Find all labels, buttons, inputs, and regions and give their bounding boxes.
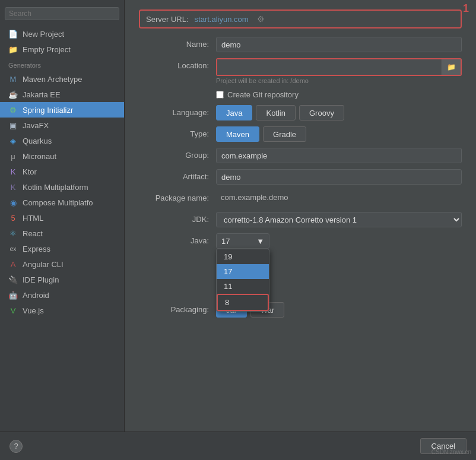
dropdown-arrow-icon: ▼: [256, 237, 264, 246]
location-input[interactable]: [217, 59, 442, 75]
sidebar-item-express[interactable]: ex Express: [0, 241, 124, 256]
gear-icon[interactable]: ⚙: [257, 14, 265, 24]
sidebar-item-label: Empty Project: [23, 45, 71, 54]
sidebar-item-label: HTML: [23, 214, 43, 223]
java-row: Java: 17 ▼ 19 17 11 8: [139, 233, 462, 249]
sidebar-item-empty-project[interactable]: 📁 Empty Project: [0, 42, 124, 57]
sidebar-item-android[interactable]: 🤖 Android: [0, 287, 124, 303]
new-project-dialog: 📄 New Project 📁 Empty Project Generators…: [0, 0, 476, 460]
type-label: Type:: [139, 126, 216, 142]
sidebar-item-angular-cli[interactable]: A Angular CLI: [0, 256, 124, 272]
language-groovy-btn[interactable]: Groovy: [299, 105, 344, 120]
sidebar-item-label: Jakarta EE: [23, 90, 61, 99]
sidebar-item-jakarta-ee[interactable]: ☕ Jakarta EE: [0, 87, 124, 102]
type-gradle-btn[interactable]: Gradle: [263, 126, 306, 142]
empty-project-icon: 📁: [8, 45, 18, 54]
sidebar-item-label: Maven Archetype: [23, 75, 82, 84]
java-selected-value: 17: [221, 237, 230, 246]
sidebar-item-ide-plugin[interactable]: 🔌 IDE Plugin: [0, 272, 124, 287]
sidebar-item-vue[interactable]: V Vue.js: [0, 303, 124, 318]
sidebar-item-maven-archetype[interactable]: M Maven Archetype: [0, 71, 124, 87]
sidebar-item-label: Express: [23, 245, 50, 253]
jdk-label: JDK:: [139, 212, 216, 227]
location-input-row: 📁: [216, 58, 462, 76]
sidebar: 📄 New Project 📁 Empty Project Generators…: [0, 0, 125, 432]
search-input[interactable]: [5, 7, 119, 20]
sidebar-item-label: React: [23, 229, 43, 238]
sidebar-item-label: Spring Initializr: [23, 106, 73, 115]
jakarta-icon: ☕: [8, 90, 18, 99]
location-row: Location: 📁 Project will be created in: …: [139, 58, 462, 84]
sidebar-item-new-project[interactable]: 📄 New Project: [0, 26, 124, 42]
sidebar-item-javafx[interactable]: ▣ JavaFX: [0, 118, 124, 133]
express-icon: ex: [8, 244, 18, 253]
sidebar-item-compose-multiplatform[interactable]: ◉ Compose Multiplatfo: [0, 195, 124, 210]
location-label: Location:: [139, 58, 216, 74]
sidebar-item-label: Ktor: [23, 167, 37, 176]
jdk-select[interactable]: corretto-1.8 Amazon Corretto version 1: [216, 212, 462, 227]
compose-icon: ◉: [8, 198, 18, 207]
maven-icon: M: [8, 74, 18, 84]
server-url-row: Server URL: start.aliyun.com ⚙ 1: [139, 9, 462, 28]
search-bar: [0, 5, 124, 23]
java-option-8[interactable]: 8: [217, 294, 269, 311]
sidebar-section-generators: Generators: [0, 57, 124, 71]
main-panel: Server URL: start.aliyun.com ⚙ 1 Name: L…: [125, 0, 476, 432]
help-button[interactable]: ?: [9, 440, 23, 453]
sidebar-item-html[interactable]: 5 HTML: [0, 210, 124, 226]
browse-button[interactable]: 📁: [442, 59, 461, 75]
name-label: Name:: [139, 37, 216, 52]
create-git-checkbox[interactable]: [216, 91, 224, 99]
language-java-btn[interactable]: Java: [216, 105, 252, 120]
group-row: Group:: [139, 148, 462, 163]
sidebar-item-label: JavaFX: [23, 121, 49, 130]
java-dropdown[interactable]: 17 ▼: [216, 233, 269, 249]
artifact-label: Artifact:: [139, 169, 216, 185]
group-label: Group:: [139, 148, 216, 163]
javafx-icon: ▣: [8, 120, 18, 130]
ktor-icon: K: [8, 167, 18, 176]
create-git-label: Create Git repository: [227, 90, 299, 99]
package-name-value: com.example.demo: [216, 191, 462, 206]
sidebar-item-spring-initializr[interactable]: ⚙ Spring Initializr: [0, 102, 124, 118]
create-git-row: Create Git repository: [216, 90, 462, 99]
java-label: Java:: [139, 233, 216, 249]
type-maven-btn[interactable]: Maven: [216, 126, 259, 142]
vue-icon: V: [8, 306, 18, 315]
sidebar-item-label: Micronaut: [23, 152, 56, 161]
sidebar-item-label: Vue.js: [23, 306, 44, 315]
language-label: Language:: [139, 105, 216, 120]
sidebar-item-ktor[interactable]: K Ktor: [0, 164, 124, 179]
location-hint: Project will be created in: /demo: [216, 77, 462, 84]
jdk-row: JDK: corretto-1.8 Amazon Corretto versio…: [139, 212, 462, 227]
bottom-bar: ? Cancel: [0, 432, 476, 460]
cancel-button[interactable]: Cancel: [420, 438, 467, 454]
main-content: 📄 New Project 📁 Empty Project Generators…: [0, 0, 476, 432]
sidebar-item-label: Kotlin Multiplatform: [23, 183, 88, 192]
language-btn-group: Java Kotlin Groovy: [216, 105, 344, 120]
name-row: Name:: [139, 37, 462, 52]
angular-icon: A: [8, 259, 18, 269]
sidebar-item-kotlin-multiplatform[interactable]: K Kotlin Multiplatform: [0, 179, 124, 195]
micronaut-icon: μ: [8, 151, 18, 161]
java-option-11[interactable]: 11: [217, 279, 269, 294]
html-icon: 5: [8, 213, 18, 223]
artifact-input[interactable]: [216, 169, 462, 185]
language-kotlin-btn[interactable]: Kotlin: [256, 105, 296, 120]
ide-icon: 🔌: [8, 275, 18, 284]
name-input[interactable]: [216, 37, 462, 52]
sidebar-item-quarkus[interactable]: ◈ Quarkus: [0, 133, 124, 148]
react-icon: ⚛: [8, 229, 18, 238]
group-input[interactable]: [216, 148, 462, 163]
java-option-17[interactable]: 17: [217, 264, 269, 279]
sidebar-item-micronaut[interactable]: μ Micronaut: [0, 148, 124, 164]
server-url-label: Server URL:: [146, 15, 189, 24]
kotlin-icon: K: [8, 182, 18, 192]
packaging-row: Packaging: Jar War: [139, 302, 462, 318]
java-dropdown-popup: 19 17 11 8: [216, 249, 269, 312]
sidebar-item-label: New Project: [23, 30, 64, 39]
sidebar-item-react[interactable]: ⚛ React: [0, 226, 124, 241]
sidebar-item-label: Quarkus: [23, 137, 52, 145]
java-option-19[interactable]: 19: [217, 249, 269, 264]
packaging-label: Packaging:: [139, 302, 216, 318]
